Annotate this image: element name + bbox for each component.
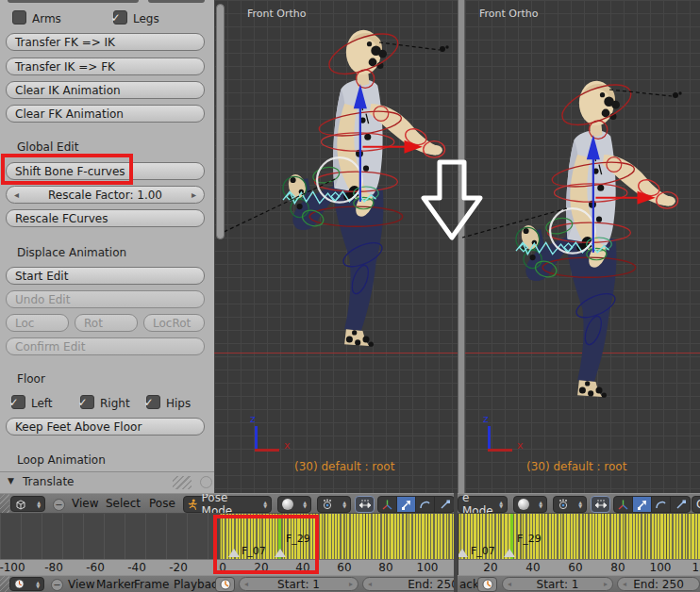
decrement-arrow-icon[interactable]: ◂ [623, 580, 626, 588]
pivot-point-dropdown[interactable]: ▲▼ [317, 496, 351, 513]
cutoff-button-top [8, 0, 139, 3]
loc-button[interactable]: Loc [6, 314, 69, 332]
editor-type-dropdown[interactable]: ▲▼ [9, 577, 44, 591]
shading-sphere-icon [282, 499, 293, 510]
end-frame-field[interactable]: ◂ End: 250 ▸ [362, 577, 454, 591]
legs-checkbox[interactable]: ✓ [113, 10, 127, 25]
decrement-arrow-icon[interactable]: ◂ [368, 580, 372, 588]
panel-options-circle-icon[interactable] [200, 476, 212, 488]
menu-pose[interactable]: Pose [149, 497, 175, 510]
transfer-ik-fk-button[interactable]: Transfer IK => FK [6, 58, 205, 75]
scale-manipulator-button[interactable] [435, 497, 454, 512]
ruler-tick: 100 [417, 561, 439, 574]
manipulator-axes-button[interactable] [378, 497, 397, 512]
collapse-menus-icon[interactable]: − [53, 499, 65, 511]
scale-manipulator-button[interactable] [671, 497, 690, 512]
pivot-point-dropdown[interactable]: ▲▼ [553, 496, 587, 513]
axis-gizmo-x [488, 449, 512, 452]
pivot-point-icon [322, 499, 333, 510]
arms-checkbox-label: Arms [32, 12, 61, 25]
transfer-fk-ik-button[interactable]: Transfer FK => IK [6, 33, 205, 51]
panel-expand-triangle-icon[interactable]: ▼ [8, 476, 14, 485]
floor-label: Floor [17, 372, 45, 386]
time-sync-clock-button[interactable] [215, 577, 235, 592]
dropdown-arrows-icon: ▲▼ [539, 501, 542, 508]
timeline-ruler-right[interactable]: 20 40 60 80 100 120 [458, 559, 700, 575]
rescale-factor-slider[interactable]: ◂ Rescale Factor: 1.00 ▸ [6, 186, 205, 204]
area-corner-grip[interactable] [0, 576, 9, 592]
keep-feet-above-floor-button[interactable]: Keep Feet Above Floor [6, 418, 205, 436]
slider-right-arrow-icon[interactable]: ▸ [192, 189, 196, 200]
marker-label[interactable]: F_29 [517, 533, 542, 545]
rescale-fcurves-button[interactable]: Rescale FCurves [6, 209, 205, 227]
translate-panel-label: Translate [23, 475, 75, 488]
dropdown-arrows-icon: ▲▼ [303, 501, 307, 508]
ruler-tick: 40 [525, 561, 540, 574]
orientation-dropdown-label: Gl [696, 498, 700, 511]
start-frame-field[interactable]: ◂ Start: 1 ▸ [502, 577, 613, 591]
clear-fk-animation-button[interactable]: Clear FK Animation [6, 105, 205, 123]
menu-playback-partial[interactable]: ack [459, 578, 479, 591]
axis-x-label: x [284, 439, 291, 452]
decrement-arrow-icon[interactable]: ◂ [244, 580, 248, 588]
collapse-menus-icon[interactable]: − [51, 579, 63, 591]
decrement-arrow-icon[interactable]: ◂ [508, 580, 511, 588]
tool-shelf-scrollbar[interactable] [216, 4, 225, 239]
cutoff-button-top [148, 0, 205, 3]
3d-viewport-cube-icon [15, 499, 26, 510]
marker-label[interactable]: F_07 [471, 545, 495, 557]
viewport-left[interactable]: Front Ortho z x (30) default : root [214, 0, 458, 493]
increment-arrow-icon[interactable]: ▸ [604, 580, 608, 588]
grid-x-axis-line [214, 353, 458, 354]
marker-triangle-icon[interactable] [504, 549, 515, 557]
timeline-right[interactable]: F_07 F_29 [458, 514, 700, 559]
editor-type-dropdown[interactable]: ▲▼ [10, 496, 45, 512]
floor-right-checkbox[interactable]: ✓ [80, 395, 94, 409]
start-edit-button[interactable]: Start Edit [6, 267, 205, 285]
viewport-status-text: (30) default : root [294, 460, 394, 473]
axis-gizmo-z [488, 426, 491, 452]
floor-hips-checkbox[interactable]: ✓ [146, 395, 160, 409]
increment-arrow-icon[interactable]: ▸ [349, 580, 353, 588]
orientation-dropdown-partial[interactable]: Gl [692, 496, 700, 513]
menu-frame[interactable]: Frame [134, 578, 169, 591]
rotate-manipulator-button[interactable] [416, 497, 435, 512]
mode-dropdown[interactable]: Pose Mode ▲▼ [183, 496, 272, 513]
mode-dropdown-partial[interactable]: e Mode ▲▼ [458, 496, 508, 513]
start-frame-value: Start: 1 [277, 578, 320, 591]
menu-view[interactable]: View [72, 497, 98, 510]
slider-left-arrow-icon[interactable]: ◂ [14, 189, 19, 200]
rot-button[interactable]: Rot [75, 314, 138, 332]
translate-manipulator-button[interactable] [397, 497, 416, 512]
viewport-shading-dropdown[interactable]: ▲▼ [513, 496, 547, 513]
timeline-header-right: ack ◂ Start: 1 ▸ ◂ End: 250 [458, 575, 700, 592]
start-frame-field[interactable]: ◂ Start: 1 ▸ [239, 577, 358, 591]
translate-manipulator-button[interactable] [633, 497, 652, 512]
clear-ik-animation-button[interactable]: Clear IK Animation [6, 81, 205, 99]
manipulator-toggle-button[interactable] [355, 496, 375, 513]
menu-view[interactable]: View [68, 578, 94, 591]
undo-edit-button[interactable]: Undo Edit [6, 290, 205, 308]
rotate-manipulator-button[interactable] [652, 497, 671, 512]
menu-select[interactable]: Select [106, 497, 141, 510]
ruler-tick: -20 [169, 561, 188, 574]
floor-left-checkbox[interactable]: ✓ [11, 395, 25, 409]
viewport-right[interactable]: Front Ortho z x (30) default : root [465, 0, 700, 493]
viewport-shading-dropdown[interactable]: ▲▼ [277, 496, 311, 513]
annotation-box-shift-bone [1, 154, 133, 185]
locrot-button[interactable]: LocRot [143, 314, 205, 332]
area-corner-grip[interactable] [0, 494, 9, 513]
end-frame-field[interactable]: ◂ End: 250 [617, 577, 700, 591]
menu-marker[interactable]: Marker [96, 578, 135, 591]
clock-icon [482, 579, 493, 590]
translate-panel-header[interactable]: ▼ Translate [0, 471, 214, 493]
time-sync-clock-button[interactable] [477, 577, 497, 592]
axis-gizmo-z [255, 426, 258, 452]
marker-triangle-icon[interactable] [458, 549, 468, 557]
area-divider[interactable] [458, 0, 465, 493]
arms-checkbox[interactable] [12, 10, 26, 25]
manipulator-toggle-button[interactable] [591, 496, 610, 513]
confirm-edit-button[interactable]: Confirm Edit [6, 337, 205, 355]
panel-drag-grip[interactable] [173, 476, 192, 489]
manipulator-axes-button[interactable] [614, 497, 633, 512]
